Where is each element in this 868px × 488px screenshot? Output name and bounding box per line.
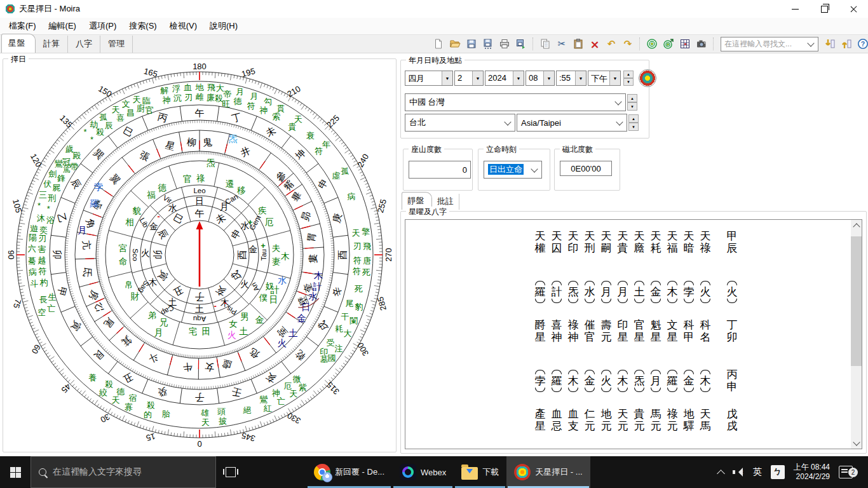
restore-button[interactable] bbox=[810, 0, 839, 18]
tab-1[interactable]: 計算 bbox=[36, 36, 68, 53]
day-select[interactable]: 2▼ bbox=[454, 71, 484, 86]
spinner-up-icon[interactable]: ▲ bbox=[623, 71, 634, 78]
svg-text:艮: 艮 bbox=[92, 348, 106, 363]
minimize-button[interactable] bbox=[780, 0, 810, 18]
menu-item-5[interactable]: 說明(H) bbox=[203, 18, 244, 34]
svg-text:子: 子 bbox=[195, 392, 205, 403]
svg-text:戌: 戌 bbox=[316, 319, 330, 332]
svg-text:劍: 劍 bbox=[49, 169, 57, 179]
taskbar-app-webex[interactable]: Webex bbox=[392, 456, 454, 488]
copy-button[interactable] bbox=[538, 36, 553, 51]
undo-icon: ↶ bbox=[607, 38, 616, 50]
year-dropdown-icon[interactable]: ▼ bbox=[513, 71, 524, 85]
start-button[interactable] bbox=[0, 456, 31, 488]
time-spinner[interactable]: ▲▼ bbox=[623, 71, 634, 86]
star-char: 星 bbox=[667, 331, 678, 343]
redo-button[interactable]: ↷ bbox=[620, 36, 635, 51]
scroll-down-icon[interactable] bbox=[851, 438, 862, 449]
chart-target-go-button[interactable] bbox=[661, 36, 676, 51]
city-spin-up-icon[interactable]: ▲ bbox=[628, 114, 639, 123]
close-button[interactable] bbox=[839, 0, 868, 18]
camera-button[interactable] bbox=[694, 36, 709, 51]
toolbar-search-combo[interactable]: 在這裡輸入尋找文... bbox=[721, 37, 818, 51]
astrology-chart[interactable]: 0153045607590105120135150165180195210225… bbox=[5, 60, 394, 449]
paste-button[interactable] bbox=[571, 36, 586, 51]
star-column: 天耗金 bbox=[648, 230, 663, 304]
tab-2[interactable]: 八字 bbox=[68, 36, 100, 53]
help-button[interactable]: ? bbox=[855, 36, 868, 51]
scroll-up-icon[interactable] bbox=[851, 220, 862, 231]
minute-select[interactable]: :55▼ bbox=[556, 71, 587, 86]
save-as-button[interactable] bbox=[480, 36, 496, 51]
hour-select[interactable]: 08▼ bbox=[526, 71, 555, 86]
taskbar-app-moira[interactable]: 天星擇日 - ... bbox=[506, 456, 590, 488]
hour-dropdown-icon[interactable]: ▼ bbox=[543, 71, 554, 85]
print-button[interactable] bbox=[497, 36, 512, 51]
save-button[interactable] bbox=[464, 36, 479, 51]
ampm-dropdown-icon[interactable]: ▼ bbox=[609, 71, 620, 85]
now-target-button[interactable] bbox=[639, 69, 656, 87]
city-spin-down-icon[interactable]: ▼ bbox=[628, 123, 639, 131]
task-view-button[interactable] bbox=[216, 456, 245, 488]
country-spin-down-icon[interactable]: ▼ bbox=[627, 102, 637, 111]
stars-content: 天權羅天囚計天印炁天刑水天嗣月天貴月天廕土天耗金天福木天暗孛天祿火甲辰火爵星孛喜… bbox=[532, 230, 740, 449]
language-indicator[interactable]: 英 bbox=[753, 466, 762, 478]
volume-muted-icon[interactable]: × bbox=[733, 468, 744, 477]
delete-button[interactable]: × bbox=[587, 36, 602, 51]
svg-text:印: 印 bbox=[320, 347, 328, 356]
taskbar-app-downloads[interactable]: 下載 bbox=[454, 456, 506, 488]
new-document-button[interactable] bbox=[431, 36, 446, 51]
country-spinner[interactable]: ▲▼ bbox=[627, 94, 637, 111]
star-char: 文 bbox=[667, 319, 678, 331]
zuoshan-input[interactable] bbox=[409, 161, 471, 179]
clock[interactable]: 上午 08:44 2024/2/29 bbox=[794, 463, 830, 482]
spinner-down-icon[interactable]: ▼ bbox=[623, 78, 634, 86]
menu-item-1[interactable]: 編輯(E) bbox=[43, 18, 83, 34]
menu-item-2[interactable]: 選項(P) bbox=[83, 18, 123, 34]
svg-text:的: 的 bbox=[144, 410, 152, 419]
taskbar-search[interactable]: 在這裡輸入文字來搜尋 bbox=[31, 456, 216, 488]
month-select[interactable]: 四月▼ bbox=[405, 71, 453, 86]
month-dropdown-icon[interactable]: ▼ bbox=[442, 71, 452, 85]
scroll-thumb[interactable] bbox=[851, 236, 862, 366]
paren-open-icon bbox=[585, 370, 595, 374]
menu-item-0[interactable]: 檔案(F) bbox=[3, 18, 43, 34]
title-bar: 天星擇日 - Moira bbox=[0, 0, 868, 18]
timezone-select[interactable]: Asia/Taipei bbox=[517, 114, 627, 132]
country-spin-up-icon[interactable]: ▲ bbox=[627, 94, 637, 102]
paren-open-icon bbox=[667, 370, 677, 374]
taskbar-app-chrome[interactable]: 新回覆 - De... bbox=[306, 456, 392, 488]
city-select[interactable]: 台北 bbox=[405, 114, 515, 132]
city-spinner[interactable]: ▲▼ bbox=[628, 114, 639, 131]
tab-3[interactable]: 管理 bbox=[100, 36, 133, 53]
country-chevron-icon bbox=[614, 98, 621, 105]
year-select[interactable]: 2024▼ bbox=[485, 71, 524, 86]
stars-scrollbar[interactable] bbox=[851, 220, 862, 449]
menu-item-4[interactable]: 檢視(V) bbox=[163, 18, 203, 34]
country-select[interactable]: 中國 台灣 bbox=[405, 93, 626, 111]
svg-text:三: 三 bbox=[39, 190, 47, 200]
undo-button[interactable]: ↶ bbox=[604, 36, 619, 51]
day-dropdown-icon[interactable]: ▼ bbox=[472, 71, 483, 85]
cut-button[interactable]: ✂ bbox=[554, 36, 569, 51]
svg-text:奕: 奕 bbox=[39, 226, 48, 235]
menu-item-3[interactable]: 搜索(S) bbox=[123, 18, 163, 34]
ime-icon[interactable]: ㄅ bbox=[771, 465, 785, 479]
minute-dropdown-icon[interactable]: ▼ bbox=[575, 71, 586, 85]
save-all-button[interactable] bbox=[513, 36, 529, 51]
svg-text:財: 財 bbox=[131, 292, 140, 301]
svg-text:符: 符 bbox=[247, 101, 255, 111]
chart-target-button[interactable] bbox=[644, 36, 660, 51]
find-prev-button[interactable] bbox=[839, 36, 854, 51]
liming-chevron-icon bbox=[531, 165, 538, 172]
tab-0[interactable]: 星盤 bbox=[1, 34, 36, 53]
notification-icon[interactable]: 2 bbox=[839, 466, 853, 478]
tray-chevron-icon[interactable] bbox=[717, 470, 725, 478]
open-folder-button[interactable] bbox=[447, 36, 463, 51]
ampm-select[interactable]: 下午▼ bbox=[588, 71, 621, 86]
chart-grid-button[interactable] bbox=[677, 36, 693, 51]
liming-select[interactable]: 日出立命 bbox=[484, 161, 542, 179]
svg-text:喜: 喜 bbox=[116, 113, 125, 123]
svg-text:屍: 屍 bbox=[52, 183, 60, 193]
find-next-button[interactable] bbox=[822, 36, 837, 51]
